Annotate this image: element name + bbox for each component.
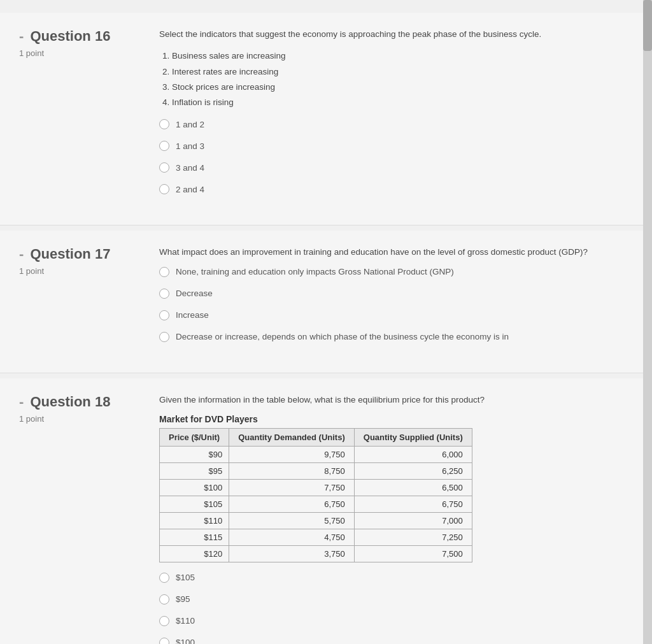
question-16-text: Select the indicators that suggest the e…	[159, 28, 633, 41]
question-17-points: 1 point	[19, 266, 159, 276]
option-label: 1 and 3	[176, 141, 204, 151]
question-16-list: Business sales are increasing Interest r…	[172, 48, 633, 110]
table-header-supplied: Quantity Supplied (Units)	[354, 428, 472, 446]
list-item: Business sales are increasing	[172, 48, 633, 64]
table-cell: 4,750	[229, 529, 355, 545]
question-16-block: - Question 16 1 point Select the indicat…	[0, 13, 652, 225]
option-label: 2 and 4	[176, 185, 204, 194]
radio-button[interactable]	[159, 616, 169, 626]
radio-button[interactable]	[159, 267, 169, 277]
option-item[interactable]: 1 and 2	[159, 119, 633, 129]
table-row: $958,7506,250	[160, 462, 472, 479]
dash-icon: -	[19, 246, 24, 262]
table-row: $1007,7506,500	[160, 479, 472, 496]
table-cell: 9,750	[229, 446, 355, 462]
question-18-block: - Question 18 1 point Given the informat…	[0, 378, 652, 644]
option-label: 3 and 4	[176, 163, 204, 173]
option-item[interactable]: Decrease or increase, depends on which p…	[159, 332, 633, 342]
table-cell: 6,750	[229, 496, 355, 512]
question-18-options: $105 $95 $110 $100	[159, 573, 633, 644]
option-item[interactable]: $95	[159, 594, 633, 605]
radio-button[interactable]	[159, 289, 169, 299]
option-label: Decrease	[176, 289, 213, 298]
table-cell: 7,500	[354, 545, 472, 562]
question-17-number: - Question 17	[19, 246, 159, 262]
table-cell: 5,750	[229, 512, 355, 529]
table-cell: $100	[160, 479, 229, 496]
table-cell: 6,250	[354, 462, 472, 479]
question-18-text: Given the information in the table below…	[159, 394, 633, 406]
table-cell: 6,000	[354, 446, 472, 462]
page: - Question 16 1 point Select the indicat…	[0, 0, 652, 644]
option-item[interactable]: $105	[159, 573, 633, 583]
table-header-price: Price ($/Unit)	[160, 428, 229, 446]
market-title: Market for DVD Players	[159, 414, 633, 424]
list-item: Interest rates are increasing	[172, 64, 633, 80]
option-label: Increase	[176, 310, 209, 320]
scrollbar-thumb[interactable]	[643, 0, 652, 51]
question-17-block: - Question 17 1 point What impact does a…	[0, 231, 652, 373]
radio-button[interactable]	[159, 573, 169, 583]
radio-button[interactable]	[159, 638, 169, 644]
table-cell: $90	[160, 446, 229, 462]
option-label: $110	[176, 616, 195, 626]
question-16-right: Select the indicators that suggest the e…	[159, 28, 633, 206]
table-cell: $120	[160, 545, 229, 562]
question-18-right: Given the information in the table below…	[159, 394, 633, 644]
option-item[interactable]: 3 and 4	[159, 162, 633, 173]
question-16-left: - Question 16 1 point	[19, 28, 159, 206]
option-item[interactable]: None, training and education only impact…	[159, 267, 633, 277]
option-item[interactable]: Decrease	[159, 289, 633, 299]
radio-button[interactable]	[159, 332, 169, 342]
radio-button[interactable]	[159, 310, 169, 320]
table-row: $1105,7507,000	[160, 512, 472, 529]
option-label: $105	[176, 573, 195, 582]
table-cell: $110	[160, 512, 229, 529]
list-item: Stock prices are increasing	[172, 80, 633, 95]
table-cell: 6,750	[354, 496, 472, 512]
question-17-text: What impact does an improvement in train…	[159, 246, 633, 259]
option-item[interactable]: 1 and 3	[159, 141, 633, 151]
option-label: Decrease or increase, depends on which p…	[176, 332, 509, 341]
table-row: $1203,7507,500	[160, 545, 472, 562]
option-label: 1 and 2	[176, 120, 204, 129]
option-item[interactable]: 2 and 4	[159, 184, 633, 194]
question-16-number: - Question 16	[19, 28, 159, 45]
table-cell: 6,500	[354, 479, 472, 496]
radio-button[interactable]	[159, 594, 169, 605]
table-cell: 7,750	[229, 479, 355, 496]
table-row: $909,7506,000	[160, 446, 472, 462]
question-16-points: 1 point	[19, 48, 159, 58]
table-cell: 7,000	[354, 512, 472, 529]
option-item[interactable]: $110	[159, 616, 633, 626]
table-cell: 8,750	[229, 462, 355, 479]
dash-icon: -	[19, 394, 24, 410]
option-label: $100	[176, 638, 195, 644]
question-17-left: - Question 17 1 point	[19, 246, 159, 353]
market-table: Price ($/Unit) Quantity Demanded (Units)…	[159, 428, 472, 562]
question-18-points: 1 point	[19, 414, 159, 424]
dash-icon: -	[19, 28, 24, 44]
question-18-left: - Question 18 1 point	[19, 394, 159, 644]
option-item[interactable]: $100	[159, 638, 633, 644]
question-18-number: - Question 18	[19, 394, 159, 410]
option-label: $95	[176, 594, 190, 604]
scrollbar[interactable]	[643, 0, 652, 644]
option-item[interactable]: Increase	[159, 310, 633, 320]
radio-button[interactable]	[159, 141, 169, 151]
table-row: $1154,7507,250	[160, 529, 472, 545]
table-cell: $115	[160, 529, 229, 545]
table-header-demanded: Quantity Demanded (Units)	[229, 428, 355, 446]
table-cell: 7,250	[354, 529, 472, 545]
table-cell: $95	[160, 462, 229, 479]
list-item: Inflation is rising	[172, 95, 633, 110]
table-row: $1056,7506,750	[160, 496, 472, 512]
radio-button[interactable]	[159, 119, 169, 129]
radio-button[interactable]	[159, 162, 169, 173]
question-17-right: What impact does an improvement in train…	[159, 246, 633, 353]
table-cell: $105	[160, 496, 229, 512]
question-16-options: 1 and 2 1 and 3 3 and 4 2 and 4	[159, 119, 633, 194]
option-label: None, training and education only impact…	[176, 267, 454, 276]
radio-button[interactable]	[159, 184, 169, 194]
question-17-options: None, training and education only impact…	[159, 267, 633, 342]
